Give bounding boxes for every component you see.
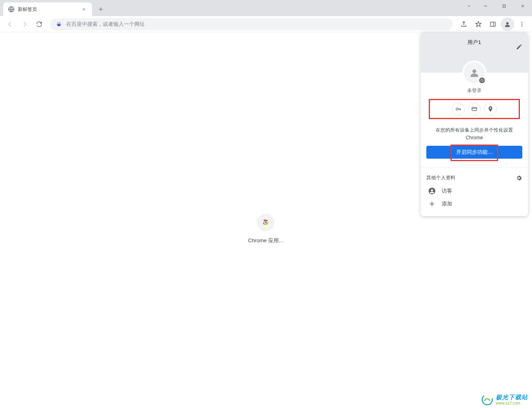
chevron-down-icon[interactable] (462, 0, 476, 12)
forward-button[interactable] (18, 17, 31, 31)
titlebar: 新标签页 (0, 0, 532, 16)
passwords-icon[interactable] (452, 103, 465, 115)
gear-icon[interactable] (516, 175, 522, 181)
svg-point-14 (472, 69, 476, 73)
app-shortcut-circle (257, 214, 275, 231)
minimize-button[interactable] (476, 0, 495, 12)
svg-point-8 (522, 22, 523, 23)
watermark: 极光下载站 www.xz7.com (481, 394, 528, 406)
svg-point-7 (506, 22, 509, 24)
popup-header: 用户1 (421, 32, 528, 73)
divider (421, 168, 528, 168)
address-bar-placeholder: 在百度中搜索，或者输入一个网址 (66, 21, 145, 28)
window-controls (462, 0, 532, 16)
tab-strip: 新标签页 (0, 0, 106, 16)
guest-label: 访客 (442, 187, 452, 195)
svg-rect-6 (490, 22, 495, 26)
payment-icon[interactable] (468, 103, 481, 115)
app-shortcut-label: Chrome 应用… (248, 237, 284, 244)
reload-button[interactable] (32, 17, 46, 31)
watermark-text: 极光下载站 www.xz7.com (496, 394, 528, 405)
svg-point-2 (57, 22, 58, 23)
back-button[interactable] (3, 17, 17, 31)
sync-text-1: 在您的所有设备上同步并个性化设置 (436, 127, 513, 133)
share-icon[interactable] (457, 17, 471, 31)
popup-footer: 其他个人资料 访客 添加 (421, 171, 528, 216)
sync-off-badge-icon (478, 77, 486, 84)
guest-profile-item[interactable]: 访客 (426, 185, 522, 197)
sync-description: 在您的所有设备上同步并个性化设置 Chrome (426, 126, 522, 142)
bookmark-star-icon[interactable] (471, 17, 485, 31)
close-icon[interactable] (81, 6, 87, 13)
add-profile-item[interactable]: 添加 (426, 197, 522, 210)
svg-point-19 (431, 189, 433, 191)
profile-popup: 用户1 未登录 在您的所有设备上同步并个性化设置 Chrome (421, 32, 528, 216)
watermark-url: www.xz7.com (496, 401, 528, 405)
tab-title: 新标签页 (18, 6, 77, 13)
popup-avatar (462, 61, 486, 85)
maximize-button[interactable] (495, 0, 513, 12)
side-panel-icon[interactable] (486, 17, 500, 31)
popup-username: 用户1 (426, 39, 522, 46)
chrome-icon (262, 218, 270, 227)
browser-tab[interactable]: 新标签页 (3, 2, 92, 16)
add-label: 添加 (442, 200, 452, 208)
svg-point-9 (522, 23, 523, 25)
watermark-logo-icon (481, 394, 493, 406)
new-tab-button[interactable] (95, 4, 106, 15)
menu-icon[interactable] (515, 17, 529, 31)
svg-point-16 (456, 108, 458, 110)
edit-icon[interactable] (516, 44, 522, 50)
sync-text-2: Chrome (466, 135, 483, 141)
other-profiles-header: 其他个人资料 (426, 174, 522, 181)
baidu-icon (56, 21, 62, 27)
close-window-button[interactable] (513, 0, 532, 12)
addresses-icon[interactable] (484, 103, 497, 115)
other-profiles-title: 其他个人资料 (426, 174, 455, 181)
login-status: 未登录 (426, 87, 522, 94)
svg-rect-1 (503, 5, 505, 7)
profile-button[interactable] (501, 17, 514, 31)
toolbar-right (457, 17, 529, 31)
enable-sync-button[interactable]: 开启同步功能… (426, 146, 522, 159)
address-bar[interactable]: 在百度中搜索，或者输入一个网址 (50, 18, 453, 30)
svg-point-3 (59, 22, 61, 23)
svg-rect-17 (472, 107, 477, 111)
watermark-name: 极光下载站 (496, 394, 528, 401)
svg-point-10 (522, 25, 523, 27)
toolbar: 在百度中搜索，或者输入一个网址 (0, 16, 532, 32)
svg-point-20 (482, 395, 492, 405)
globe-icon (8, 6, 15, 13)
chrome-apps-shortcut[interactable]: Chrome 应用… (248, 214, 284, 244)
popup-sync-section: 在您的所有设备上同步并个性化设置 Chrome 开启同步功能… (421, 126, 528, 164)
popup-quick-icons-highlight (429, 99, 520, 119)
